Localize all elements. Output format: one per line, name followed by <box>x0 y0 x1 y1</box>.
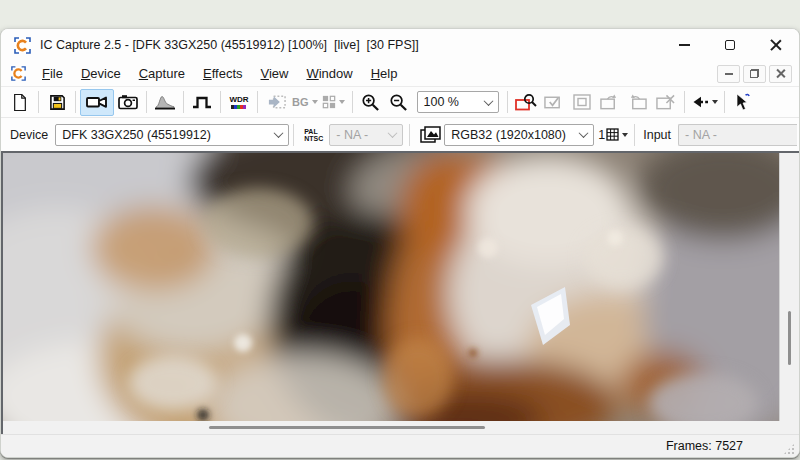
separator <box>75 91 76 113</box>
ntsc-label: NTSC <box>304 135 323 142</box>
mdi-close-icon <box>776 69 785 78</box>
pan-mode-dropdown-button[interactable] <box>689 89 720 116</box>
roi-redo-arrow-icon <box>600 94 619 110</box>
maximize-icon <box>725 40 735 50</box>
separator <box>352 91 353 113</box>
zoom-out-icon <box>389 93 408 112</box>
device-value: DFK 33GX250 (45519912) <box>62 128 211 142</box>
zoom-level-value: 100 % <box>424 95 459 109</box>
binning-grid-icon <box>606 128 619 141</box>
video-format-combobox[interactable]: RGB32 (1920x1080) <box>444 124 594 146</box>
chevron-down-icon <box>274 128 284 138</box>
video-format-button[interactable] <box>416 121 444 148</box>
live-image-view[interactable] <box>3 153 779 421</box>
live-display-toggle-button[interactable] <box>80 89 114 116</box>
snap-image-button[interactable] <box>114 89 142 116</box>
menu-help[interactable]: Help <box>362 63 407 84</box>
roi-confirm-button[interactable] <box>540 89 568 116</box>
separator <box>684 91 685 113</box>
device-toolbar: Device DFK 33GX250 (45519912) PAL NTSC -… <box>1 118 799 151</box>
separator <box>38 91 39 113</box>
mdi-close-button[interactable] <box>769 65 792 83</box>
input-label: Input <box>643 128 671 142</box>
zoom-level-combobox[interactable]: 100 % <box>417 91 499 113</box>
binning-value: 1 <box>598 128 605 142</box>
horizontal-scrollbar-thumb[interactable] <box>209 426 485 429</box>
wdr-label: WDR <box>229 96 248 104</box>
device-combobox[interactable]: DFK 33GX250 (45519912) <box>55 124 289 146</box>
roi-center-icon <box>573 94 591 110</box>
zoom-out-button[interactable] <box>385 89 413 116</box>
histogram-icon <box>155 94 175 110</box>
vertical-scrollbar-thumb[interactable] <box>788 311 791 365</box>
close-button[interactable] <box>753 29 799 61</box>
separator <box>634 124 635 146</box>
binning-dropdown-button[interactable]: 1 <box>596 121 630 148</box>
mdi-minimize-button[interactable] <box>717 65 740 83</box>
layout-grid-dropdown-button[interactable] <box>320 89 348 116</box>
ic-capture-window: IC Capture 2.5 - [DFK 33GX250 (45519912)… <box>0 28 800 458</box>
separator <box>409 124 410 146</box>
roi-delete-button[interactable] <box>652 89 680 116</box>
roi-redo-button[interactable] <box>596 89 624 116</box>
resize-grip[interactable] <box>783 443 795 455</box>
separator <box>220 91 221 113</box>
input-combobox: - NA - <box>678 124 797 146</box>
menu-capture[interactable]: Capture <box>130 63 194 84</box>
separator <box>146 91 147 113</box>
bg-dropdown-button[interactable]: BG <box>290 89 320 116</box>
window-title: IC Capture 2.5 - [DFK 33GX250 (45519912)… <box>40 38 419 52</box>
pulse-icon <box>192 95 212 109</box>
save-image-button[interactable] <box>43 89 71 116</box>
histogram-button[interactable] <box>151 89 179 116</box>
menu-view[interactable]: View <box>252 63 298 84</box>
background-overlay-button[interactable] <box>262 89 290 116</box>
wdr-toggle-button[interactable]: WDR <box>225 89 253 116</box>
video-camera-icon <box>86 95 108 109</box>
mdi-minimize-icon <box>725 73 733 75</box>
horizontal-scrollbar[interactable] <box>3 421 799 434</box>
video-norm-button[interactable]: PAL NTSC <box>298 121 329 148</box>
chevron-down-icon <box>712 100 718 104</box>
separator <box>507 91 508 113</box>
separator <box>183 91 184 113</box>
statusbar: Frames: 7527 <box>1 434 799 458</box>
roi-zoom-icon <box>515 93 537 111</box>
new-document-button[interactable] <box>6 89 34 116</box>
separator <box>293 124 294 146</box>
pal-label: PAL <box>304 128 323 135</box>
chevron-down-icon <box>339 100 345 104</box>
quartz-specimen-image <box>3 153 779 421</box>
device-properties-button[interactable] <box>188 89 216 116</box>
menu-effects[interactable]: Effects <box>194 63 252 84</box>
roi-zoom-button[interactable] <box>512 89 540 116</box>
new-page-icon <box>12 93 28 112</box>
close-icon <box>770 39 782 51</box>
photo-camera-icon <box>118 94 138 110</box>
mdi-restore-icon <box>750 69 759 78</box>
menu-file[interactable]: File <box>33 63 72 84</box>
menu-window[interactable]: Window <box>297 63 361 84</box>
zoom-in-button[interactable] <box>357 89 385 116</box>
chevron-down-icon <box>622 133 628 137</box>
video-format-value: RGB32 (1920x1080) <box>451 128 566 142</box>
mdi-restore-button[interactable] <box>743 65 766 83</box>
menu-device[interactable]: Device <box>72 63 130 84</box>
input-value: - NA - <box>685 128 717 142</box>
roi-undo-button[interactable] <box>624 89 652 116</box>
vertical-scrollbar[interactable] <box>779 153 799 421</box>
minimize-icon <box>679 44 690 46</box>
titlebar: IC Capture 2.5 - [DFK 33GX250 (45519912)… <box>1 29 799 61</box>
wdr-color-strip-icon <box>231 105 246 109</box>
context-help-button[interactable] <box>729 89 757 116</box>
mdi-document-icon <box>11 66 26 81</box>
minimize-button[interactable] <box>661 29 707 61</box>
chevron-down-icon <box>483 96 493 106</box>
save-floppy-icon <box>49 94 66 111</box>
maximize-button[interactable] <box>707 29 753 61</box>
roi-center-button[interactable] <box>568 89 596 116</box>
video-format-icon <box>420 126 441 143</box>
chevron-down-icon <box>388 128 398 138</box>
help-pointer-icon <box>735 93 750 111</box>
zoom-in-icon <box>361 93 380 112</box>
